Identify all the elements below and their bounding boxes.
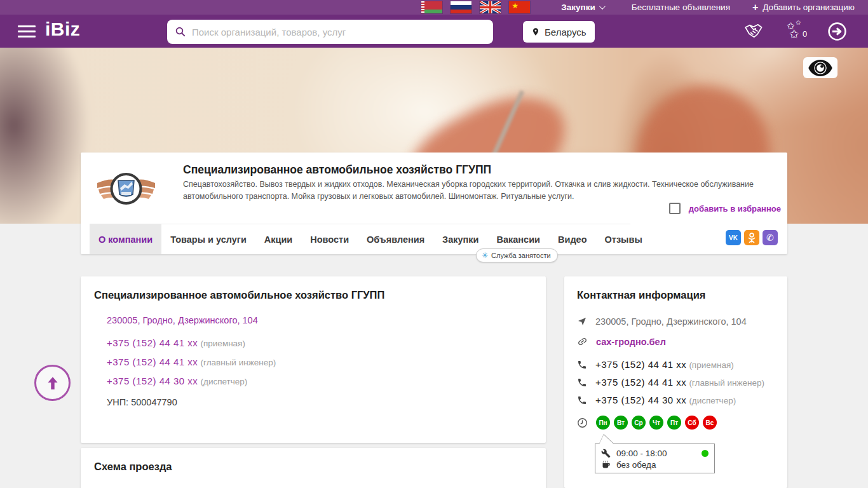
search-input[interactable] [192,27,485,37]
add-organization-link[interactable]: + Добавить организацию [752,2,855,13]
lunch-info: без обеда [616,460,656,470]
back-to-top-button[interactable] [34,365,71,401]
about-address-link[interactable]: 230005, Гродно, Дзержинского, 104 [107,315,258,325]
phone-icon [577,377,587,388]
search-bar [167,20,493,44]
company-name: Специализированное автомобильное хозяйст… [183,163,491,177]
tab-products[interactable]: Товары и услуги [161,224,255,254]
page: ★ Закупки Бесплатные объявления + Добави… [0,0,868,488]
contacts-phone-row: +375 (152) 44 30 xx (диспетчер) [577,395,736,405]
free-ads-link[interactable]: Бесплатные объявления [632,3,730,12]
phone-label: (главный инженер) [689,378,764,388]
day-chip-wed[interactable]: Ср [632,416,646,430]
country-selector-button[interactable]: Беларусь [523,21,595,43]
contacts-card: Контактная информация 230005, Гродно, Дз… [564,276,787,488]
contacts-address: 230005, Гродно, Дзержинского, 104 [595,316,747,327]
phone-label: (главный инженер) [201,358,276,367]
link-icon [577,336,588,347]
phone-number[interactable]: +375 (152) 44 30 xx [595,395,686,405]
day-chip-sun[interactable]: Вс [703,416,717,430]
clock-icon [577,417,588,428]
unp-number: УНП: 500047790 [107,397,177,407]
navigation-arrow-icon [577,316,587,327]
phone-label: (приемная) [689,360,733,370]
eye-icon [808,60,833,76]
language-flags: ★ [421,1,530,13]
country-label: Беларусь [545,27,587,37]
company-description: Спецавтохозяйство. Вывоз твердых и жидки… [183,179,758,203]
flag-china-icon[interactable]: ★ [509,1,530,13]
phone-row: +375 (152) 44 41 xx (приемная) [107,337,276,348]
viber-icon[interactable]: ✆ [763,230,778,245]
employment-label: Служба занятости [491,252,551,259]
phone-number[interactable]: +375 (152) 44 30 xx [107,376,198,386]
day-chip-fri[interactable]: Пт [667,416,681,430]
phone-row: +375 (152) 44 30 xx (диспетчер) [107,376,276,386]
odnoklassniki-icon[interactable] [744,230,759,245]
partners-handshake-icon[interactable] [742,22,764,43]
day-chip-tue[interactable]: Вт [614,416,628,430]
phone-number[interactable]: +375 (152) 44 41 xx [595,377,686,388]
vk-icon[interactable]: VK [726,230,741,245]
phone-row: +375 (152) 44 41 xx (главный инженер) [107,356,276,367]
phone-number[interactable]: +375 (152) 44 41 xx [107,356,198,367]
phone-icon [577,360,587,370]
map-card: Схема проезда [81,448,546,488]
location-pin-icon [531,26,540,37]
phone-icon [577,395,587,405]
company-logo[interactable] [92,161,160,215]
site-logo[interactable]: iBiz [45,18,80,40]
contacts-address-row: 230005, Гродно, Дзержинского, 104 [577,316,747,327]
flag-russia-icon[interactable] [451,1,471,13]
accessibility-eye-button[interactable] [803,57,837,78]
day-chip-thu[interactable]: Чт [649,416,663,430]
open-now-indicator [702,450,709,457]
map-title: Схема проезда [94,461,172,473]
arrow-up-icon [44,375,61,391]
company-card: Специализированное автомобильное хозяйст… [81,152,787,254]
tab-ads[interactable]: Объявления [358,224,433,254]
procurement-menu[interactable]: Закупки [561,3,603,12]
phone-label: (диспетчер) [201,377,248,386]
topbar: ★ Закупки Бесплатные объявления + Добави… [0,0,868,15]
working-hours: 09:00 - 18:00 [616,449,667,458]
tab-reviews[interactable]: Отзывы [596,224,651,254]
tab-news[interactable]: Новости [301,224,358,254]
contacts-website-row: сах-гродно.бел [577,336,666,347]
plus-icon: + [752,2,758,13]
coffee-cup-icon [601,460,611,470]
employment-service-badge[interactable]: ✳ Служба занятости [476,248,558,262]
about-title: Специализированное автомобильное хозяйст… [94,289,384,301]
login-icon[interactable] [827,22,847,44]
contacts-phone-row: +375 (152) 44 41 xx (приемная) [577,359,734,370]
chevron-down-icon [599,3,606,10]
day-chip-mon[interactable]: Пн [596,416,610,430]
tab-promotions[interactable]: Акции [255,224,301,254]
tab-about[interactable]: О компании [90,224,161,254]
favorites-count: 0 [803,29,807,39]
phone-label: (диспетчер) [689,396,736,405]
working-hours-tooltip: 09:00 - 18:00 без обеда [595,444,715,473]
add-organization-label: Добавить организацию [763,3,855,12]
search-icon [175,26,186,37]
phone-number[interactable]: +375 (152) 44 41 xx [595,359,686,370]
tab-video[interactable]: Видео [549,224,596,254]
employment-asterisk-icon: ✳ [482,251,488,260]
main-header: iBiz Беларусь ✩ ✩ ✩ 0 [0,15,868,48]
website-link[interactable]: сах-гродно.бел [596,337,666,347]
phone-label: (приемная) [201,339,245,348]
flag-uk-icon[interactable] [480,1,501,13]
phone-number[interactable]: +375 (152) 44 41 xx [107,337,198,348]
company-nav: О компании Товары и услуги Акции Новости… [90,224,787,254]
contacts-title: Контактная информация [577,289,705,301]
hamburger-menu-icon[interactable] [18,23,36,39]
favorite-control: добавить в избранное [669,203,781,214]
favorite-label[interactable]: добавить в избранное [689,204,781,214]
social-links: VK ✆ [726,230,778,245]
schedule-row: Пн Вт Ср Чт Пт Сб Вс [577,417,717,430]
weekday-chips: Пн Вт Ср Чт Пт Сб Вс [596,416,717,430]
about-card: Специализированное автомобильное хозяйст… [81,276,546,443]
favorite-checkbox[interactable] [669,203,681,214]
flag-belarus-icon[interactable] [421,1,442,13]
day-chip-sat[interactable]: Сб [685,416,699,430]
